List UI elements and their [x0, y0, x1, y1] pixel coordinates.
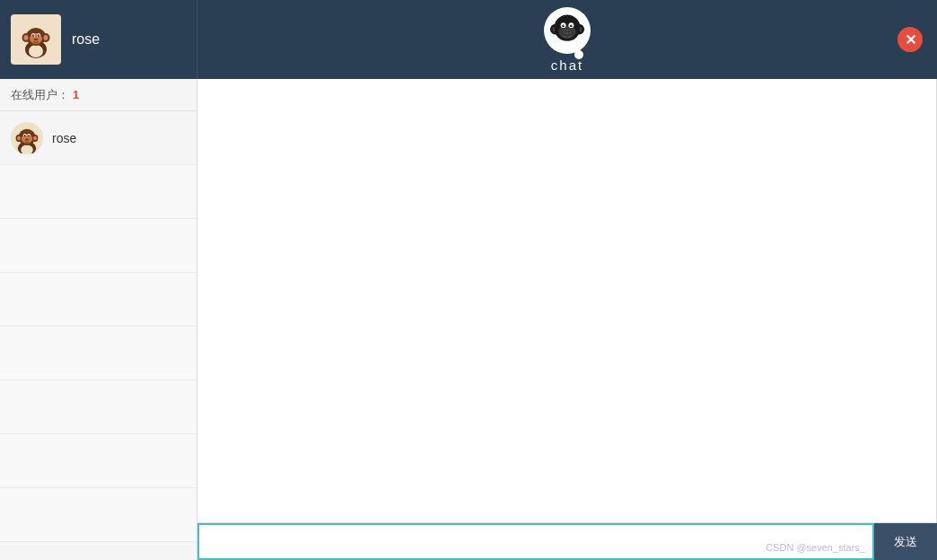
svg-point-46	[27, 139, 28, 140]
empty-row	[0, 165, 197, 219]
list-item[interactable]: rose	[0, 111, 197, 165]
svg-point-12	[33, 35, 34, 36]
svg-point-5	[24, 35, 29, 40]
svg-point-43	[28, 135, 30, 136]
logo-bubble	[544, 7, 591, 54]
svg-point-27	[564, 24, 565, 25]
header: rose	[0, 0, 937, 79]
empty-row	[0, 219, 197, 273]
online-label: 在线用户：	[11, 87, 69, 103]
chat-area: 发送 CSDN @seven_stars_	[197, 79, 937, 560]
avatar	[11, 122, 43, 154]
close-button[interactable]: ✕	[898, 27, 923, 52]
svg-point-42	[24, 135, 26, 136]
svg-point-13	[39, 35, 39, 36]
header-username: rose	[72, 31, 100, 48]
app-title: chat	[551, 57, 583, 73]
avatar	[11, 14, 61, 65]
svg-point-44	[25, 138, 30, 141]
empty-row	[0, 488, 197, 542]
message-list	[197, 79, 937, 522]
svg-point-15	[34, 39, 36, 40]
svg-point-16	[36, 39, 38, 40]
svg-point-31	[567, 31, 569, 32]
chat-input[interactable]	[197, 523, 874, 560]
svg-point-10	[32, 34, 35, 37]
online-users-header: 在线用户： 1	[0, 79, 197, 111]
main-layout: 在线用户： 1	[0, 79, 937, 560]
empty-row	[0, 327, 197, 381]
svg-point-45	[25, 139, 26, 140]
svg-point-28	[572, 24, 573, 25]
header-center: chat	[197, 0, 937, 79]
close-icon: ✕	[905, 31, 916, 48]
empty-row	[0, 434, 197, 488]
send-button[interactable]: 发送	[874, 523, 937, 560]
svg-point-30	[565, 31, 566, 32]
svg-point-11	[38, 34, 40, 37]
header-left: rose	[0, 0, 197, 79]
online-count: 1	[73, 88, 79, 101]
svg-point-37	[17, 136, 21, 140]
empty-row	[0, 273, 197, 327]
user-item-name: rose	[52, 131, 76, 145]
svg-point-38	[33, 136, 37, 140]
svg-point-1	[29, 45, 43, 57]
user-list: rose	[0, 111, 197, 560]
input-area: 发送	[197, 522, 937, 560]
empty-row	[0, 381, 197, 434]
sidebar: 在线用户： 1	[0, 79, 197, 560]
svg-point-6	[44, 35, 48, 40]
